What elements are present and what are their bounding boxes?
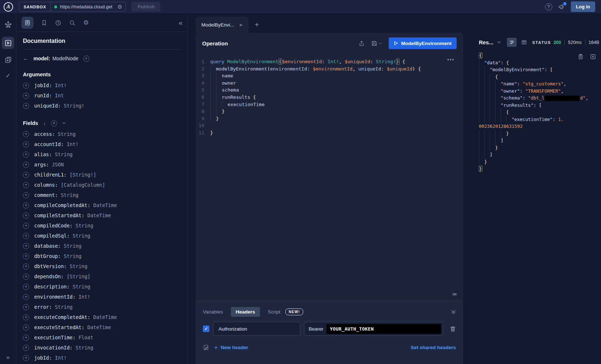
add-to-query-icon[interactable]: +	[23, 324, 29, 331]
add-to-query-icon[interactable]: +	[23, 233, 29, 239]
operation-tab[interactable]: ModelByEnvi... ×	[196, 17, 248, 33]
add-to-query-icon[interactable]: +	[23, 355, 29, 361]
endpoint-url-input[interactable]: https://metadata.cloud.get ⚙	[51, 4, 125, 9]
new-header-button[interactable]: + New header	[214, 344, 248, 351]
doc-argument-row[interactable]: +runId: Int	[23, 90, 181, 101]
add-to-query-icon[interactable]: +	[23, 294, 29, 300]
doc-field-row[interactable]: +executionTime: Float	[23, 332, 181, 343]
help-icon[interactable]: ?	[545, 3, 552, 11]
announcements-megaphone-icon[interactable]	[558, 4, 565, 10]
doc-field-row[interactable]: +args: JSON	[23, 159, 181, 170]
doc-field-row[interactable]: +compileStartedAt: DateTime	[23, 210, 181, 221]
endpoint-url[interactable]: https://metadata.cloud.get	[60, 4, 115, 9]
header-value-input[interactable]: Bearer YOUR_AUTH_TOKEN	[304, 322, 443, 336]
apollo-logo-icon[interactable]: A	[4, 2, 13, 12]
doc-field-row[interactable]: +invocationId: String	[23, 343, 181, 353]
back-arrow-icon[interactable]: ←	[23, 55, 29, 62]
add-to-query-icon[interactable]: +	[23, 151, 29, 158]
publish-button[interactable]: Publish	[132, 2, 160, 12]
doc-field-row[interactable]: +database: String	[23, 241, 181, 251]
add-to-query-icon[interactable]: +	[23, 304, 29, 310]
add-to-query-icon[interactable]: +	[23, 253, 29, 259]
doc-field-row[interactable]: +error: String	[23, 302, 181, 312]
add-to-query-icon[interactable]: +	[23, 141, 29, 147]
history-icon[interactable]	[55, 20, 61, 26]
doc-field-row[interactable]: +alias: String	[23, 149, 181, 159]
doc-field-row[interactable]: +columns: [CatalogColumn]	[23, 180, 181, 190]
doc-field-row[interactable]: +executeStartedAt: DateTime	[23, 322, 181, 332]
changesets-docs-icon[interactable]	[5, 56, 12, 63]
add-all-fields-icon[interactable]: +	[51, 120, 57, 126]
save-operation-control[interactable]	[371, 40, 382, 46]
add-to-query-icon[interactable]: +	[23, 192, 29, 198]
close-tab-icon[interactable]: ×	[239, 22, 243, 28]
tab-script[interactable]: Script	[268, 309, 281, 315]
download-response-icon[interactable]	[590, 54, 596, 60]
add-to-query-icon[interactable]: +	[23, 93, 29, 99]
set-shared-headers-link[interactable]: Set shared headers	[410, 345, 456, 350]
add-to-query-icon[interactable]: +	[23, 284, 29, 290]
doc-field-row[interactable]: +access: String	[23, 129, 181, 139]
share-operation-icon[interactable]	[358, 40, 365, 46]
checks-icon[interactable]: ✓	[5, 72, 11, 80]
environment-variables-icon[interactable]	[203, 344, 209, 351]
add-to-query-icon[interactable]: +	[23, 202, 29, 209]
add-field-icon[interactable]: +	[83, 56, 89, 62]
schema-graph-icon[interactable]	[5, 21, 12, 28]
fields-options-chevron-icon[interactable]	[62, 121, 66, 125]
editor-menu-icon[interactable]: •••	[447, 57, 454, 62]
doc-field-row[interactable]: +description: String	[23, 282, 181, 292]
tab-variables[interactable]: Variables	[203, 309, 223, 315]
sort-fields-icon[interactable]: ↓	[43, 120, 46, 126]
table-view-toggle-icon[interactable]	[521, 40, 527, 45]
new-tab-icon[interactable]: +	[255, 21, 259, 28]
add-to-query-icon[interactable]: +	[23, 182, 29, 188]
doc-field-row[interactable]: +childrenL1: [String!]	[23, 170, 181, 180]
doc-field-row[interactable]: +environmentId: Int!	[23, 292, 181, 302]
doc-field-row[interactable]: +dbtVersion: String	[23, 261, 181, 271]
search-icon[interactable]	[69, 20, 76, 26]
add-to-query-icon[interactable]: +	[23, 103, 29, 109]
doc-field-row[interactable]: +dependsOn: [String]	[23, 271, 181, 282]
doc-field-row[interactable]: +compiledSql: String	[23, 231, 181, 241]
collapse-bottom-panel-icon[interactable]	[451, 310, 456, 315]
doc-field-row[interactable]: +dbtGroup: String	[23, 251, 181, 261]
keyboard-shortcuts-icon[interactable]: ⌨	[453, 291, 457, 298]
doc-field-row[interactable]: +compiledCode: String	[23, 221, 181, 231]
add-to-query-icon[interactable]: +	[23, 223, 29, 229]
tab-headers[interactable]: Headers	[231, 307, 260, 317]
add-to-query-icon[interactable]: +	[23, 82, 29, 89]
sandbox-endpoint-control[interactable]: SANDBOX https://metadata.cloud.get ⚙	[19, 2, 126, 12]
doc-field-row[interactable]: +compileCompletedAt: DateTime	[23, 200, 181, 210]
doc-field-row[interactable]: +executeCompletedAt: DateTime	[23, 312, 181, 322]
add-to-query-icon[interactable]: +	[23, 131, 29, 137]
documentation-tab-icon[interactable]	[21, 17, 33, 29]
response-dropdown[interactable]: Res...	[479, 39, 493, 45]
collapse-panel-icon[interactable]: «	[179, 19, 183, 27]
add-to-query-icon[interactable]: +	[23, 213, 29, 219]
endpoint-settings-gear-icon[interactable]: ⚙	[117, 4, 122, 9]
add-to-query-icon[interactable]: +	[23, 335, 29, 341]
add-to-query-icon[interactable]: +	[23, 263, 29, 270]
delete-header-icon[interactable]	[450, 326, 456, 332]
doc-argument-row[interactable]: +jobId: Int!	[23, 80, 181, 90]
operation-editor[interactable]: 1query ModelByEnvironment($environmentId…	[196, 54, 463, 301]
doc-field-row[interactable]: +comment: String	[23, 190, 181, 200]
add-to-query-icon[interactable]: +	[23, 314, 29, 320]
auth-token-value[interactable]: YOUR_AUTH_TOKEN	[326, 324, 441, 334]
add-to-query-icon[interactable]: +	[23, 345, 29, 351]
run-operation-button[interactable]: ModelByEnvironment	[389, 37, 457, 49]
add-to-query-icon[interactable]: +	[23, 274, 29, 280]
doc-field-row[interactable]: +accountId: Int!	[23, 139, 181, 149]
explorer-play-icon[interactable]	[2, 37, 14, 49]
copy-response-icon[interactable]	[578, 54, 584, 60]
explorer-settings-gear-icon[interactable]: ⚙	[83, 20, 89, 26]
doc-argument-row[interactable]: +uniqueId: String!	[23, 101, 181, 111]
header-key-input[interactable]	[213, 322, 300, 336]
response-dropdown-chevron-icon[interactable]	[497, 40, 501, 44]
saved-operations-bookmark-icon[interactable]	[41, 20, 47, 26]
add-to-query-icon[interactable]: +	[23, 243, 29, 249]
header-enabled-checkbox[interactable]: ✓	[203, 325, 209, 332]
tree-view-toggle-icon[interactable]	[507, 38, 517, 47]
add-to-query-icon[interactable]: +	[23, 162, 29, 168]
